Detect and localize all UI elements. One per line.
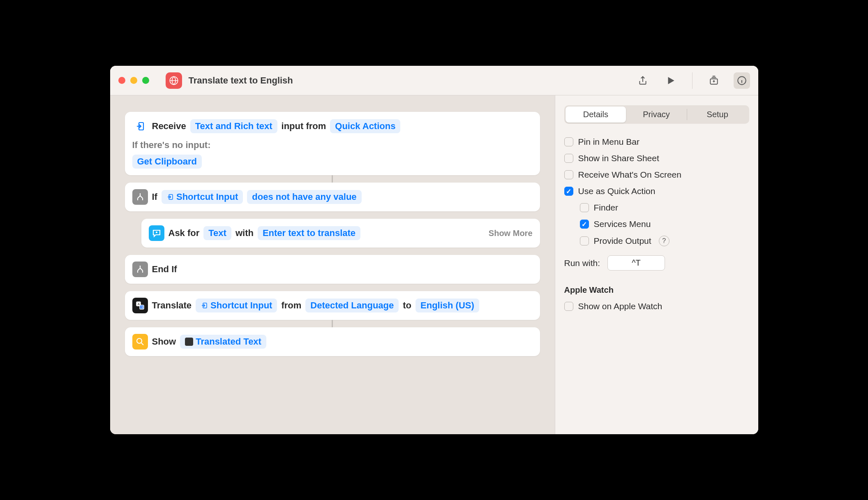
provide-output-help-button[interactable]: ?: [659, 236, 669, 246]
connector: [332, 175, 333, 183]
provide-output-checkbox[interactable]: [580, 236, 589, 245]
sidebar-tabs: Details Privacy Setup: [564, 105, 749, 124]
library-button[interactable]: [706, 72, 722, 89]
toolbar: [635, 72, 750, 89]
services-menu-label: Services Menu: [594, 219, 651, 229]
provide-output-row: Provide Output ?: [564, 232, 749, 250]
services-menu-row: Services Menu: [564, 216, 749, 232]
window-body: Receive Text and Rich text input from Qu…: [110, 95, 758, 434]
if-action-card[interactable]: If Shortcut Input does not have any valu…: [125, 183, 540, 211]
shortcuts-editor-window: Translate text to English: [110, 66, 758, 434]
translate-input-label: Shortcut Input: [210, 300, 272, 311]
pin-menu-bar-label: Pin in Menu Bar: [578, 137, 639, 147]
finder-label: Finder: [594, 203, 619, 213]
show-more-button[interactable]: Show More: [489, 229, 533, 238]
input-types-token[interactable]: Text and Rich text: [190, 119, 277, 133]
branch-icon: [132, 189, 148, 205]
endif-label: End If: [152, 264, 177, 275]
apple-watch-label: Show on Apple Watch: [578, 301, 663, 311]
quicklook-icon: [132, 334, 148, 350]
share-button[interactable]: [635, 72, 651, 89]
window-title: Translate text to English: [189, 75, 293, 86]
run-button[interactable]: [663, 72, 679, 89]
workflow-canvas[interactable]: Receive Text and Rich text input from Qu…: [110, 95, 555, 434]
if-condition-token[interactable]: does not have any value: [247, 190, 361, 204]
close-window-button[interactable]: [118, 77, 125, 84]
translate-action-card[interactable]: A文 Translate Shortcut Input from Detecte…: [125, 291, 540, 320]
quick-action-label: Use as Quick Action: [578, 186, 656, 196]
no-input-label: If there's no input:: [132, 140, 533, 150]
show-variable-token[interactable]: Translated Text: [180, 335, 266, 349]
run-with-row: Run with: ^T: [564, 255, 749, 271]
ask-for-label: Ask for: [169, 228, 200, 238]
ask-action-card[interactable]: Ask for Text with Enter text to translat…: [141, 219, 540, 248]
apple-watch-heading: Apple Watch: [564, 285, 749, 295]
branch-icon: [132, 262, 148, 277]
window-controls: [118, 77, 149, 84]
titlebar: Translate text to English: [110, 66, 758, 95]
services-menu-checkbox[interactable]: [580, 220, 589, 229]
if-variable-token[interactable]: Shortcut Input: [162, 190, 243, 204]
input-from-label: input from: [282, 121, 326, 132]
pin-menu-bar-checkbox[interactable]: [564, 137, 573, 146]
tab-details[interactable]: Details: [566, 106, 626, 123]
apple-watch-checkbox[interactable]: [564, 302, 573, 311]
finder-row: Finder: [564, 199, 749, 216]
share-sheet-row: Show in Share Sheet: [564, 150, 749, 167]
receive-action-card[interactable]: Receive Text and Rich text input from Qu…: [125, 112, 540, 175]
svg-text:文: 文: [141, 306, 144, 309]
tab-privacy[interactable]: Privacy: [626, 106, 687, 123]
inspector-sidebar: Details Privacy Setup Pin in Menu Bar Sh…: [555, 95, 758, 434]
keyboard-shortcut-field[interactable]: ^T: [607, 255, 665, 271]
svg-point-10: [137, 338, 142, 343]
shortcut-app-icon: [166, 72, 182, 89]
ask-prompt-token[interactable]: Enter text to translate: [258, 226, 360, 240]
input-icon: [132, 118, 148, 134]
tab-setup[interactable]: Setup: [687, 106, 748, 123]
receive-screen-checkbox[interactable]: [564, 170, 573, 179]
ask-icon: [149, 225, 164, 241]
minimize-window-button[interactable]: [130, 77, 137, 84]
ask-with-label: with: [235, 228, 254, 238]
receive-screen-label: Receive What's On Screen: [578, 170, 681, 180]
receive-screen-row: Receive What's On Screen: [564, 167, 749, 183]
translate-input-token[interactable]: Shortcut Input: [196, 299, 277, 312]
share-sheet-label: Show in Share Sheet: [578, 153, 659, 163]
to-language-token[interactable]: English (US): [416, 299, 479, 312]
input-source-token[interactable]: Quick Actions: [330, 119, 400, 133]
show-action-card[interactable]: Show Translated Text: [125, 327, 540, 356]
run-with-label: Run with:: [564, 258, 600, 268]
translate-icon: A文: [132, 298, 148, 313]
svg-text:A: A: [138, 303, 140, 306]
share-sheet-checkbox[interactable]: [564, 154, 573, 163]
info-button[interactable]: [734, 72, 750, 89]
quick-action-row: Use as Quick Action: [564, 183, 749, 199]
toolbar-divider: [692, 72, 693, 89]
apple-watch-row: Show on Apple Watch: [564, 298, 749, 315]
ask-type-token[interactable]: Text: [203, 226, 231, 240]
show-label: Show: [152, 336, 176, 347]
finder-checkbox[interactable]: [580, 203, 589, 212]
receive-label: Receive: [152, 121, 186, 132]
pin-menu-bar-row: Pin in Menu Bar: [564, 134, 749, 150]
if-label: If: [152, 192, 157, 202]
connector: [332, 320, 333, 327]
translate-from-label: from: [281, 300, 301, 311]
from-language-token[interactable]: Detected Language: [305, 299, 399, 312]
translate-label: Translate: [152, 300, 192, 311]
translate-to-label: to: [403, 300, 411, 311]
zoom-window-button[interactable]: [142, 77, 149, 84]
show-variable-label: Translated Text: [196, 336, 261, 347]
quick-action-checkbox[interactable]: [564, 187, 573, 196]
translate-mini-icon: [185, 338, 193, 346]
if-variable-label: Shortcut Input: [176, 192, 238, 202]
provide-output-label: Provide Output: [594, 236, 651, 246]
endif-action-card[interactable]: End If: [125, 255, 540, 284]
fallback-action-token[interactable]: Get Clipboard: [132, 155, 202, 169]
